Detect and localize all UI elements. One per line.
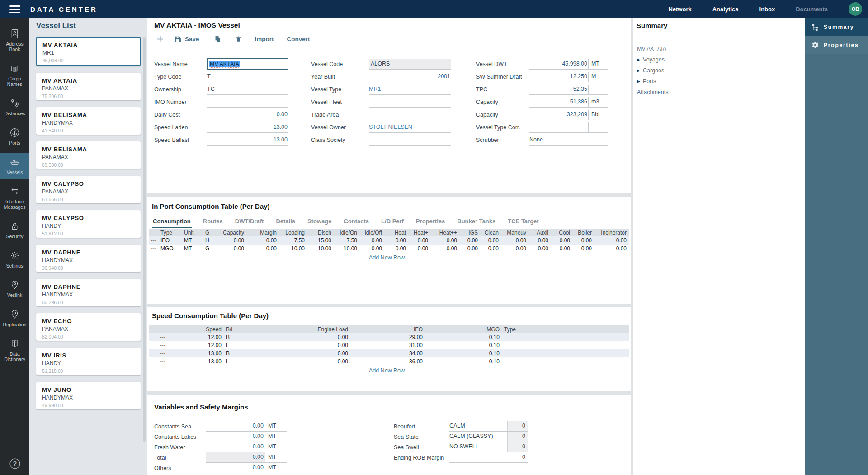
field-input[interactable]: STOLT NIELSEN [369, 122, 451, 133]
field-input[interactable]: CALM [449, 421, 507, 432]
expand-arrow-icon[interactable]: ▶ [637, 79, 643, 84]
sidebar-item-vessels[interactable]: Vessels [0, 153, 29, 179]
row-menu-button[interactable]: ⋯ [149, 357, 176, 366]
field-input[interactable]: MV AKTAIA [207, 58, 288, 70]
field-input[interactable]: NO SWELL [449, 442, 507, 452]
sidebar-item-settings[interactable]: Settings [0, 247, 29, 273]
tab[interactable]: Routes [202, 216, 224, 228]
field-input[interactable]: 0.00 [207, 110, 288, 120]
margin-value-box[interactable]: 0 [507, 421, 528, 432]
vessel-card[interactable]: MV AKTAIA MR1 45,998.00 [36, 37, 141, 66]
summary-tree-item[interactable]: ▶ MV AKTAIA [637, 43, 805, 54]
sidebar-item-distances[interactable]: Distances [0, 94, 29, 120]
field-input[interactable]: MR1 [369, 85, 451, 95]
field-input[interactable]: 0.00 [206, 463, 265, 473]
expand-arrow-icon[interactable]: ▶ [637, 57, 643, 62]
vessel-card[interactable]: MV DAPHNE HANDYMAX 30,940.00 [36, 245, 141, 272]
tab[interactable]: Properties [415, 216, 446, 228]
copy-button[interactable] [214, 35, 222, 43]
vessel-card[interactable]: MV BELISAMA PANAMAX 69,500.00 [36, 141, 141, 169]
sidebar-item-veslink[interactable]: Veslink [0, 276, 29, 302]
margin-value-box[interactable]: 0 [507, 432, 528, 442]
field-input[interactable]: 51,386 [529, 97, 588, 108]
tab[interactable]: TCE Target [507, 216, 539, 228]
field-input[interactable]: TC [207, 85, 288, 95]
sidebar-item-security[interactable]: Security [0, 217, 29, 243]
sidebar-item-ports[interactable]: Ports [0, 124, 29, 150]
row-menu-button[interactable]: ⋯ [149, 341, 176, 349]
field-input[interactable] [369, 110, 451, 120]
field-input[interactable]: 12.250 [529, 72, 588, 82]
field-input[interactable]: 0.00 [206, 432, 265, 442]
vessel-card[interactable]: MV AKTAIA PANAMAX 75,206.00 [36, 73, 141, 100]
save-button[interactable]: Save [174, 35, 199, 43]
tab[interactable]: Bunker Tanks [456, 216, 496, 228]
tab[interactable]: Details [275, 216, 296, 228]
hamburger-menu-icon[interactable] [9, 5, 20, 13]
help-button[interactable]: ? [0, 458, 29, 470]
row-menu-button[interactable]: ⋯ [149, 236, 158, 245]
user-avatar[interactable]: OB [849, 2, 862, 16]
tab[interactable]: DWT/Draft [234, 216, 265, 228]
field-input[interactable]: 13.00 [207, 122, 288, 133]
import-button[interactable]: Import [255, 36, 274, 42]
margin-value-box[interactable]: 0 [507, 442, 528, 452]
expand-arrow-icon[interactable]: ▶ [637, 68, 643, 73]
convert-button[interactable]: Convert [287, 36, 310, 42]
field-input[interactable]: 0.00 [206, 452, 265, 463]
field-input[interactable]: None [529, 135, 608, 146]
row-menu-button[interactable]: ⋯ [149, 333, 176, 341]
field-input[interactable] [369, 97, 451, 108]
add-new-row-button[interactable]: Add New Row [147, 254, 627, 261]
vessel-card[interactable]: MV BELISAMA HANDYMAX 41,540.00 [36, 107, 141, 135]
vessel-card[interactable]: MV CALYPSO PANAMAX 61,556.00 [36, 176, 141, 203]
sidebar-item-interface-messages[interactable]: Interface Messages [0, 183, 29, 214]
vessel-card[interactable]: MV IRIS HANDY 51,215.00 [36, 348, 141, 375]
nav-network[interactable]: Network [668, 6, 691, 13]
field-input[interactable]: 2001 [369, 72, 451, 82]
properties-rail-button[interactable]: Properties [805, 36, 868, 54]
field-input[interactable] [207, 97, 288, 108]
add-new-row-button[interactable]: Add New Row [147, 367, 627, 374]
tab[interactable]: Consumption [152, 216, 192, 228]
field-input[interactable] [529, 122, 588, 133]
tab[interactable]: Contacts [343, 216, 370, 228]
add-button[interactable] [157, 36, 164, 42]
row-menu-button[interactable]: ⋯ [149, 349, 176, 357]
field-input[interactable]: CALM (GLASSY) [449, 432, 507, 442]
field-input[interactable] [449, 452, 507, 463]
sidebar-item-data-dictionary[interactable]: Data Dictionary [0, 335, 29, 366]
margin-value-box[interactable]: 0 [507, 452, 528, 463]
vessel-card[interactable]: MV ECHO PANAMAX 82,094.00 [36, 313, 141, 341]
summary-rail-button[interactable]: Summary [805, 18, 868, 36]
summary-tree-item[interactable]: ▶ Voyages [637, 54, 805, 65]
tab[interactable]: Stowage [307, 216, 332, 228]
vessel-card[interactable]: MV CALYPSO HANDY 51,812.00 [36, 210, 141, 238]
vessel-card[interactable]: MV DAPHNE HANDYMAX 50,296.00 [36, 279, 141, 306]
field-input[interactable]: 0.00 [206, 421, 265, 432]
vessel-card-dwt: 30,940.00 [42, 265, 135, 271]
field-input[interactable]: 52.35 [529, 85, 588, 95]
field-input[interactable]: 0.00 [206, 442, 265, 452]
delete-button[interactable] [235, 35, 242, 43]
summary-tree-item[interactable]: ▶ Attachments [637, 87, 805, 98]
sidebar-item-cargo-names[interactable]: Cargo Names [0, 60, 29, 91]
field-input[interactable]: ALORS [369, 59, 451, 70]
form-row: Vessel Type MR1 [311, 83, 451, 96]
summary-tree-item[interactable]: ▶ Ports [637, 76, 805, 87]
summary-tree-item[interactable]: ▶ Cargoes [637, 65, 805, 76]
tab[interactable]: L/D Perf [380, 216, 405, 228]
nav-analytics[interactable]: Analytics [712, 6, 739, 13]
field-input[interactable]: 323,209 [529, 110, 588, 120]
nav-documents[interactable]: Documents [796, 6, 828, 13]
field-input[interactable]: 13.00 [207, 135, 288, 146]
row-menu-button[interactable]: ⋯ [149, 245, 158, 253]
field-input[interactable]: T [207, 72, 288, 82]
sidebar-item-address-book[interactable]: Address Book [0, 25, 29, 56]
vessel-list-scrollbar[interactable] [143, 37, 146, 442]
nav-inbox[interactable]: Inbox [760, 6, 775, 13]
field-input[interactable]: 45,998.00 [529, 59, 588, 70]
field-input[interactable] [369, 135, 451, 146]
sidebar-item-replication[interactable]: Replication [0, 306, 29, 331]
vessel-card[interactable]: MV JUNO HANDYMAX 49,990.00 [36, 382, 141, 409]
